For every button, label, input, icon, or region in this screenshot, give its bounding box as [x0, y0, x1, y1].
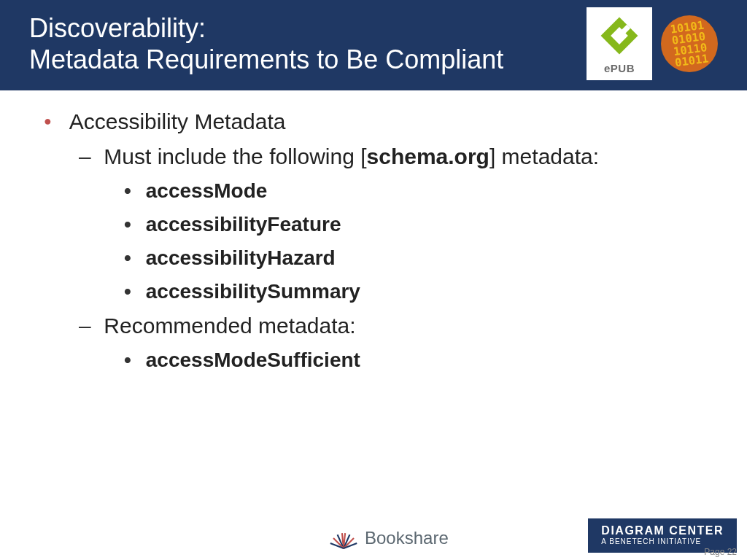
slide: Discoverability: Metadata Requirements t… [0, 0, 747, 560]
diagram-title: DIAGRAM CENTER [601, 524, 724, 537]
epub-icon [597, 14, 641, 61]
binary-circle-icon: 10101010101011001011 [661, 15, 718, 72]
slide-title: Discoverability: Metadata Requirements t… [29, 12, 503, 75]
bookshare-text: Bookshare [365, 528, 449, 548]
req-1: accessMode [146, 179, 268, 202]
req-3: accessibilityHazard [146, 246, 336, 269]
bullet-level-3: accessibilitySummary [124, 280, 711, 303]
bookshare-icon [328, 524, 359, 553]
bullet-level-3: accessMode [124, 179, 711, 203]
slide-body: Accessibility Metadata Must include the … [0, 90, 747, 372]
sub1-suffix: ] metadata: [489, 144, 599, 168]
bookshare-logo: Bookshare [328, 524, 449, 553]
req-4: accessibilitySummary [146, 280, 360, 303]
header-icons: ePUB 10101010101011001011 [587, 7, 718, 80]
epub-logo: ePUB [587, 7, 652, 80]
bullet-level-3: accessibilityHazard [124, 246, 711, 270]
bullet-level-3: accessibilityFeature [124, 213, 711, 236]
sub1-prefix: Must include the following [ [104, 144, 366, 168]
page-number: Page 22 [704, 547, 737, 557]
bullet-level-2: Must include the following [schema.org] … [79, 144, 711, 169]
req-2: accessibilityFeature [146, 213, 341, 236]
bullet-level-3: accessModeSufficient [124, 349, 711, 372]
epub-label: ePUB [604, 62, 635, 74]
sub1-bold: schema.org [367, 144, 489, 168]
bullet-level-1: Accessibility Metadata [44, 109, 711, 134]
slide-footer: Bookshare DIAGRAM CENTER A BENETECH INIT… [0, 518, 747, 553]
bullet-text: Accessibility Metadata [69, 109, 286, 133]
rec-1: accessModeSufficient [146, 349, 360, 371]
bullet-level-2: Recommended metadata: [79, 314, 711, 338]
slide-header: Discoverability: Metadata Requirements t… [0, 0, 747, 90]
title-line-1: Discoverability: [29, 12, 503, 44]
binary-digits: 10101010101011001011 [670, 19, 709, 68]
title-line-2: Metadata Requirements to Be Compliant [29, 44, 503, 75]
sub2-text: Recommended metadata: [104, 314, 355, 338]
diagram-subtitle: A BENETECH INITIATIVE [601, 537, 724, 545]
